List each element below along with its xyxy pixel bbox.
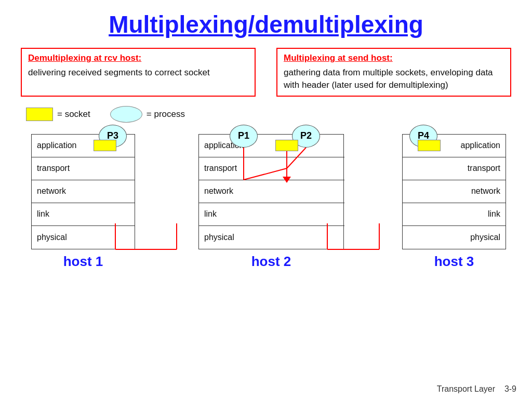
host3-socket (418, 140, 441, 151)
host2-layer-physical: physical (199, 226, 344, 249)
host2-layer-network: network (199, 180, 344, 203)
mux-text: gathering data from multiple sockets, en… (284, 66, 504, 91)
host2-p1-bubble: P1 (230, 125, 258, 148)
footer: Transport Layer 3-9 (437, 384, 516, 394)
footer-section: Transport Layer (437, 384, 495, 393)
host3-label: host 3 (434, 254, 474, 270)
slide: Multiplexing/demultiplexing Demultiplexi… (0, 0, 532, 399)
socket-legend-icon (26, 108, 53, 121)
mux-box: Multiplexing at send host: gathering dat… (276, 48, 511, 97)
hosts-area: P3 application transport network link ph… (21, 134, 511, 270)
host2-label: host 2 (251, 254, 291, 270)
host2-socket (275, 140, 298, 151)
host1-block: P3 application transport network link ph… (31, 134, 135, 270)
host2-layer-link: link (199, 203, 344, 226)
host1-layer-physical: physical (32, 226, 135, 249)
process-legend-icon (110, 106, 142, 123)
host1-layer-transport: transport (32, 157, 135, 180)
host3-layer-transport: transport (403, 157, 506, 180)
slide-title: Multiplexing/demultiplexing (21, 10, 511, 38)
host2-stack-wrapper: P1 P2 application transport network link… (198, 134, 344, 249)
host3-layer-link: link (403, 203, 506, 226)
mux-title: Multiplexing at send host: (284, 53, 504, 63)
host1-layer-network: network (32, 180, 135, 203)
process-legend-label: = process (147, 109, 185, 119)
host2-stack: application transport network link physi… (198, 134, 344, 249)
host2-block: P1 P2 application transport network link… (198, 134, 344, 270)
info-boxes-row: Demultiplexing at rcv host: delivering r… (21, 48, 511, 97)
host1-layer-link: link (32, 203, 135, 226)
host3-stack-wrapper: P4 application transport network link ph… (402, 134, 506, 249)
host3-block: P4 application transport network link ph… (402, 134, 506, 270)
host2-layer-transport: transport (199, 157, 344, 180)
host1-stack: application transport network link physi… (31, 134, 135, 249)
demux-title: Demultiplexing at rcv host: (28, 53, 248, 63)
legend-row: = socket = process (26, 106, 511, 123)
host3-layer-network: network (403, 180, 506, 203)
host3-stack: application transport network link physi… (402, 134, 506, 249)
demux-text: delivering received segments to correct … (28, 66, 248, 79)
host1-socket (94, 140, 116, 151)
socket-legend-label: = socket (57, 109, 90, 119)
host2-layer-application: application (199, 135, 344, 157)
host1-label: host 1 (63, 254, 103, 270)
footer-slide: 3-9 (504, 384, 516, 393)
host1-stack-wrapper: P3 application transport network link ph… (31, 134, 135, 249)
host3-layer-physical: physical (403, 226, 506, 249)
demux-box: Demultiplexing at rcv host: delivering r… (21, 48, 256, 97)
